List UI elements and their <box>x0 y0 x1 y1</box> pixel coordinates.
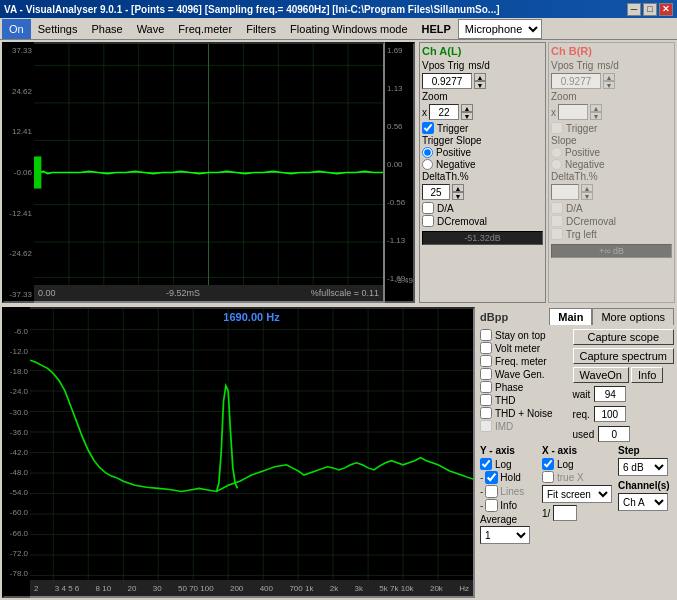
stay-on-top-checkbox[interactable] <box>480 329 492 341</box>
req-input[interactable] <box>594 406 626 422</box>
cha-trigger-label: Trigger <box>437 123 468 134</box>
chb-positive-radio[interactable] <box>551 147 562 158</box>
tab-main[interactable]: Main <box>549 308 592 325</box>
phase-checkbox[interactable] <box>480 381 492 393</box>
y-average-select[interactable]: 1 2 4 <box>480 526 530 544</box>
x-log-checkbox[interactable] <box>542 458 554 470</box>
volt-meter-checkbox[interactable] <box>480 342 492 354</box>
cha-zoom-up[interactable]: ▲ <box>461 104 473 112</box>
cha-da-checkbox[interactable] <box>422 202 434 214</box>
title-bar: VA - VisualAnalyser 9.0.1 - [Points = 40… <box>0 0 677 18</box>
menu-freqmeter[interactable]: Freq.meter <box>171 19 239 39</box>
chb-volt-up[interactable]: ▲ <box>603 73 615 81</box>
cha-zoom-down[interactable]: ▼ <box>461 112 473 120</box>
thd-noise-checkbox[interactable] <box>480 407 492 419</box>
cha-dcremoval-checkbox[interactable] <box>422 215 434 227</box>
chb-dcremoval-label: DCremoval <box>566 216 616 227</box>
chb-db-display: +∞ dB <box>551 244 672 258</box>
menu-help[interactable]: HELP <box>415 19 458 39</box>
menu-filters[interactable]: Filters <box>239 19 283 39</box>
cha-volt-input[interactable] <box>422 73 472 89</box>
cha-negative-radio[interactable] <box>422 159 433 170</box>
y-info-checkbox[interactable] <box>485 499 498 512</box>
menu-on[interactable]: On <box>2 19 31 39</box>
chb-da-checkbox[interactable] <box>551 202 563 214</box>
chb-delta-up[interactable]: ▲ <box>581 184 593 192</box>
cha-delta-down[interactable]: ▼ <box>452 192 464 200</box>
chb-trgleft-label: Trg left <box>566 229 597 240</box>
close-button[interactable]: ✕ <box>659 3 673 16</box>
chb-trgleft-row: Trg left <box>551 228 672 240</box>
chb-zoom-input[interactable] <box>558 104 588 120</box>
menu-floating[interactable]: Floating Windows mode <box>283 19 414 39</box>
cha-dcremoval-row: DCremoval <box>422 215 543 227</box>
y-hold-checkbox[interactable] <box>485 471 498 484</box>
input-select[interactable]: Microphone Line In <box>458 19 542 39</box>
cha-positive-radio[interactable] <box>422 147 433 158</box>
menu-settings[interactable]: Settings <box>31 19 85 39</box>
cha-delta-input[interactable] <box>422 184 450 200</box>
step-select[interactable]: 6 dB 3 dB 1 dB <box>618 458 668 476</box>
waveon-button[interactable]: WaveOn <box>573 367 629 383</box>
spectrum-bottom-bar: 2 3 4 5 6 8 10 20 30 50 70 100 200 400 7… <box>30 580 473 596</box>
cha-panel: Ch A(L) Vpos Trig ms/d ▲ ▼ Zoom <box>419 42 546 303</box>
chb-negative-radio[interactable] <box>551 159 562 170</box>
chb-trigger-label: Trigger <box>566 123 597 134</box>
x-truex-label: true X <box>557 472 584 483</box>
x-ratio-input[interactable] <box>553 505 577 521</box>
cha-zoom-input[interactable] <box>429 104 459 120</box>
y-log-checkbox[interactable] <box>480 458 492 470</box>
capture-spectrum-button[interactable]: Capture spectrum <box>573 348 674 364</box>
chb-volt-input[interactable] <box>551 73 601 89</box>
chb-delta-down[interactable]: ▼ <box>581 192 593 200</box>
y-lines-checkbox[interactable] <box>485 485 498 498</box>
opt-phase: Phase <box>480 381 569 393</box>
title-text: VA - VisualAnalyser 9.0.1 - [Points = 40… <box>4 4 500 15</box>
tab-more-options[interactable]: More options <box>592 308 674 325</box>
chb-trigger-checkbox[interactable] <box>551 122 563 134</box>
channels-select[interactable]: Ch A Ch B Ch A+B <box>618 493 668 511</box>
used-input[interactable] <box>598 426 630 442</box>
cha-negative-label: Negative <box>436 159 475 170</box>
menu-phase[interactable]: Phase <box>84 19 129 39</box>
cha-trigger-checkbox[interactable] <box>422 122 434 134</box>
chb-dcremoval-checkbox[interactable] <box>551 215 563 227</box>
wait-input[interactable] <box>594 386 626 402</box>
cha-da-row: D/A <box>422 202 543 214</box>
capture-scope-button[interactable]: Capture scope <box>573 329 674 345</box>
maximize-button[interactable]: □ <box>643 3 657 16</box>
y-axis-col: Y - axis Log - Hold - Lines <box>480 445 536 544</box>
options-checkboxes: Stay on top Volt meter Freq. meter Wave … <box>480 329 569 443</box>
cha-delta-up[interactable]: ▲ <box>452 184 464 192</box>
wave-gen-checkbox[interactable] <box>480 368 492 380</box>
minimize-button[interactable]: ─ <box>627 3 641 16</box>
menu-wave[interactable]: Wave <box>130 19 172 39</box>
freq-meter-checkbox[interactable] <box>480 355 492 367</box>
cha-zoom-label: Zoom <box>422 91 448 102</box>
cha-delta-row: DeltaTh.% <box>422 171 543 182</box>
chb-trigger-row: Trigger <box>551 122 672 134</box>
info-button[interactable]: Info <box>631 367 663 383</box>
x-truex-checkbox[interactable] <box>542 471 554 483</box>
chb-trgleft-checkbox[interactable] <box>551 228 563 240</box>
chb-zoom-down[interactable]: ▼ <box>590 112 602 120</box>
scope-fullscale: %fullscale = 0.11 <box>311 288 379 298</box>
x-fitscreen-select[interactable]: Fit screen Manual <box>542 485 612 503</box>
opt-stay-on-top: Stay on top <box>480 329 569 341</box>
chb-panel: Ch B(R) Vpos Trig ms/d ▲ ▼ Zoom <box>548 42 675 303</box>
spectrum-display: 1690.00 Hz <box>30 307 475 598</box>
chb-volt-down[interactable]: ▼ <box>603 81 615 89</box>
x-log-row: Log <box>542 458 612 470</box>
chb-delta-input[interactable] <box>551 184 579 200</box>
thd-checkbox[interactable] <box>480 394 492 406</box>
chb-zoom-up[interactable]: ▲ <box>590 104 602 112</box>
chb-zoom-val-row: x ▲ ▼ <box>551 104 672 120</box>
chb-da-row: D/A <box>551 202 672 214</box>
chb-delta-spinner: ▲ ▼ <box>581 184 593 200</box>
chb-volt-row: ▲ ▼ <box>551 73 672 89</box>
step-channel-col: Step 6 dB 3 dB 1 dB Channel(s) Ch A Ch B… <box>618 445 674 544</box>
cha-volt-up[interactable]: ▲ <box>474 73 486 81</box>
phase-label: Phase <box>495 382 523 393</box>
cha-volt-down[interactable]: ▼ <box>474 81 486 89</box>
imd-checkbox[interactable] <box>480 420 492 432</box>
